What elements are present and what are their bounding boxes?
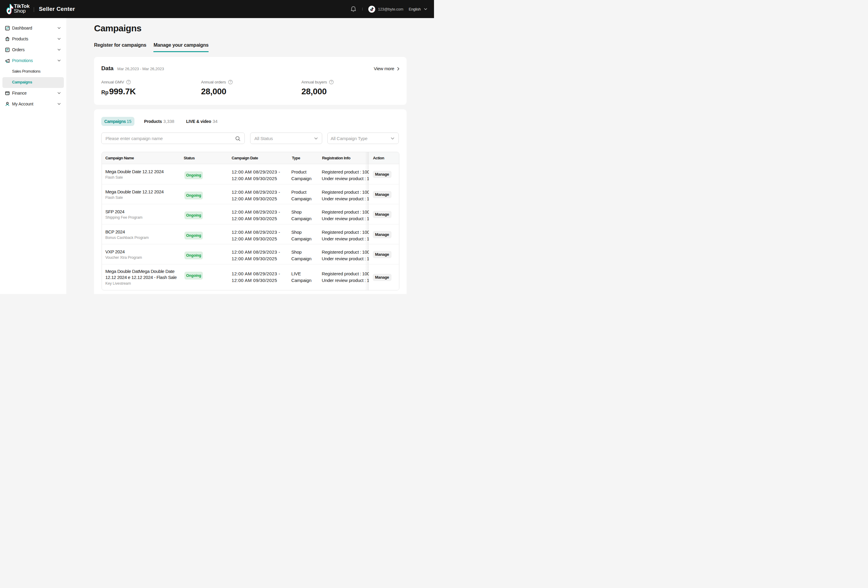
svg-text:?: ? bbox=[127, 80, 129, 84]
svg-text:?: ? bbox=[331, 80, 332, 84]
svg-text:?: ? bbox=[230, 80, 232, 84]
